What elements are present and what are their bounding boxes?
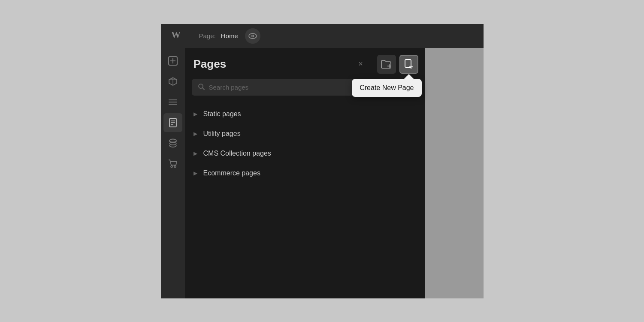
static-pages-chevron: ▶ (194, 111, 197, 117)
static-pages-label: Static pages (203, 110, 241, 118)
utility-pages-section[interactable]: ▶ Utility pages (185, 124, 425, 144)
add-folder-button[interactable] (377, 55, 396, 74)
svg-point-3 (252, 35, 253, 36)
top-bar: W Page: Home (161, 24, 484, 48)
static-pages-section[interactable]: ▶ Static pages (185, 104, 425, 124)
pages-panel: Pages × (185, 48, 425, 298)
utility-pages-chevron: ▶ (194, 131, 197, 137)
svg-line-26 (203, 88, 204, 90)
ecommerce-pages-section[interactable]: ▶ Ecommerce pages (185, 163, 425, 183)
ecommerce-pages-chevron: ▶ (194, 170, 197, 176)
box-sidebar-icon[interactable] (163, 72, 182, 91)
right-panel (425, 48, 484, 298)
utility-pages-label: Utility pages (203, 130, 241, 138)
create-new-page-tooltip: Create New Page (352, 79, 421, 97)
svg-point-17 (169, 139, 176, 142)
svg-text:W: W (171, 29, 181, 40)
cms-pages-chevron: ▶ (194, 150, 197, 156)
app-container: W Page: Home (161, 24, 484, 298)
main-layout: Pages × (161, 48, 484, 298)
cms-pages-label: CMS Collection pages (203, 150, 271, 157)
svg-point-19 (174, 166, 176, 167)
webflow-logo: W (168, 28, 185, 43)
search-icon (198, 83, 205, 91)
page-sidebar-icon[interactable] (163, 113, 182, 132)
tooltip-text: Create New Page (360, 84, 414, 91)
eye-icon[interactable] (245, 28, 260, 44)
ecommerce-pages-label: Ecommerce pages (203, 169, 260, 177)
create-new-page-button[interactable]: Create New Page (399, 55, 418, 74)
layers-sidebar-icon[interactable] (163, 93, 182, 111)
svg-rect-22 (405, 60, 411, 67)
cart-sidebar-icon[interactable] (163, 154, 182, 173)
panel-title: Pages (194, 57, 351, 71)
close-button[interactable]: × (355, 58, 367, 70)
add-sidebar-icon[interactable] (163, 51, 182, 70)
icon-sidebar (161, 48, 185, 298)
cms-pages-section[interactable]: ▶ CMS Collection pages (185, 144, 425, 163)
page-label: Page: (199, 32, 216, 39)
database-sidebar-icon[interactable] (163, 134, 182, 153)
top-bar-divider (192, 30, 192, 42)
svg-point-18 (171, 166, 172, 167)
panel-header: Pages × (185, 48, 425, 79)
page-name: Home (221, 32, 238, 39)
page-sections: ▶ Static pages ▶ Utility pages ▶ CMS Col… (185, 102, 425, 298)
